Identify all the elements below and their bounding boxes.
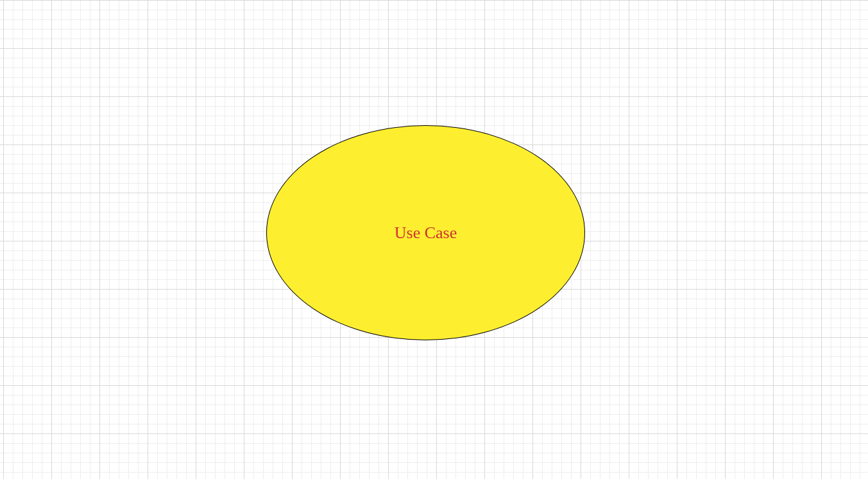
use-case-label: Use Case xyxy=(395,223,457,243)
use-case-ellipse[interactable]: Use Case xyxy=(266,125,585,340)
